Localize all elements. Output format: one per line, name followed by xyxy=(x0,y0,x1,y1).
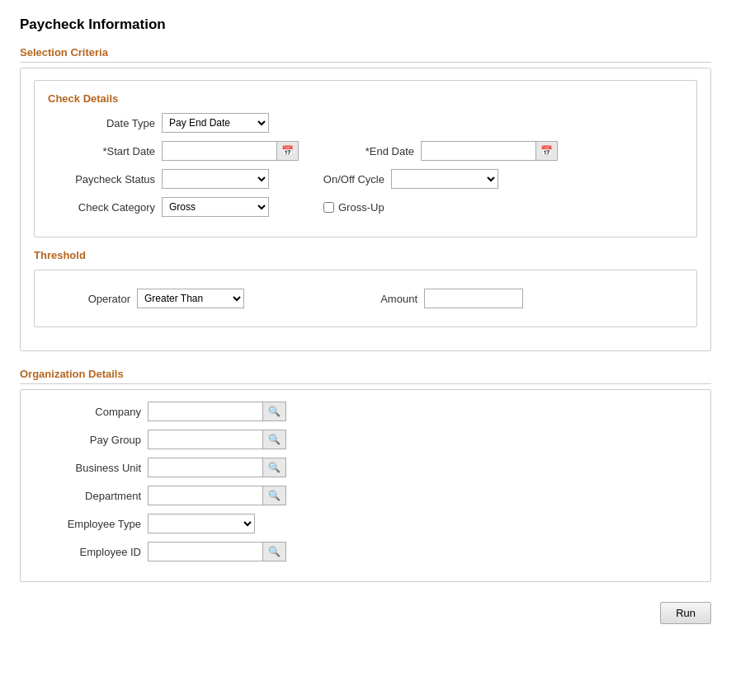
empid-label: Employee ID xyxy=(34,546,141,558)
department-input[interactable] xyxy=(148,486,263,505)
on-off-cycle-select[interactable]: On Cycle Off Cycle xyxy=(391,169,498,189)
date-type-row: Date Type Pay End Date Pay Begin Date Ch… xyxy=(48,113,683,133)
paycheck-status-field: Confirmed Unconfirmed xyxy=(162,169,269,189)
start-date-input[interactable] xyxy=(162,141,277,161)
on-off-cycle-group: On/Off Cycle On Cycle Off Cycle xyxy=(318,169,498,189)
start-date-label: *Start Date xyxy=(48,145,155,157)
start-date-field: 📅 xyxy=(162,141,299,161)
paycheck-status-select[interactable]: Confirmed Unconfirmed xyxy=(162,169,269,189)
page-title: Paycheck Information xyxy=(20,16,711,33)
end-date-calendar-button[interactable]: 📅 xyxy=(535,141,558,161)
on-off-cycle-label: On/Off Cycle xyxy=(318,173,384,186)
company-label: Company xyxy=(34,406,141,418)
empid-row: Employee ID 🔍 xyxy=(34,542,697,561)
status-cycle-row: Paycheck Status Confirmed Unconfirmed On… xyxy=(48,169,683,189)
threshold-title: Threshold xyxy=(34,249,697,261)
check-details-title: Check Details xyxy=(48,92,683,105)
end-date-field: 📅 xyxy=(421,141,558,161)
operator-label: Operator xyxy=(48,293,130,305)
bizunit-search-icon: 🔍 xyxy=(268,462,281,473)
company-field: 🔍 xyxy=(148,402,286,421)
department-search-icon: 🔍 xyxy=(268,490,281,501)
employee-id-search-button[interactable]: 🔍 xyxy=(262,542,286,561)
department-field: 🔍 xyxy=(148,486,286,505)
bizunit-search-button[interactable]: 🔍 xyxy=(262,458,286,477)
date-type-select[interactable]: Pay End Date Pay Begin Date Check Date xyxy=(162,113,269,133)
emptype-field: Salaried Hourly Exception Hourly xyxy=(148,514,255,533)
end-date-input[interactable] xyxy=(421,141,536,161)
paycheck-status-label: Paycheck Status xyxy=(48,173,155,186)
employee-id-input[interactable] xyxy=(148,542,263,561)
date-type-label: Date Type xyxy=(48,117,155,129)
end-date-calendar-icon: 📅 xyxy=(540,145,553,157)
threshold-row: Operator Greater Than Less Than Equal To… xyxy=(48,282,683,315)
organization-details-box: Company 🔍 Pay Group 🔍 Business Unit xyxy=(20,389,711,582)
organization-details-title: Organization Details xyxy=(20,368,711,384)
start-date-calendar-button[interactable]: 📅 xyxy=(276,141,299,161)
paygroup-row: Pay Group 🔍 xyxy=(34,430,697,449)
amount-field: 0.00 xyxy=(424,289,523,308)
paygroup-field: 🔍 xyxy=(148,430,286,449)
emptype-row: Employee Type Salaried Hourly Exception … xyxy=(34,514,697,533)
end-date-group: *End Date 📅 xyxy=(348,141,558,161)
operator-field: Greater Than Less Than Equal To Greater … xyxy=(137,289,244,308)
on-off-cycle-field: On Cycle Off Cycle xyxy=(391,169,498,189)
paygroup-search-button[interactable]: 🔍 xyxy=(262,430,286,449)
department-label: Department xyxy=(34,490,141,502)
company-search-icon: 🔍 xyxy=(268,406,281,417)
date-type-field: Pay End Date Pay Begin Date Check Date xyxy=(162,113,269,133)
gross-up-checkbox[interactable] xyxy=(323,202,334,213)
gross-up-wrapper: Gross-Up xyxy=(323,201,384,214)
bizunit-label: Business Unit xyxy=(34,462,141,474)
run-button-wrapper: Run xyxy=(20,599,711,624)
paygroup-search-icon: 🔍 xyxy=(268,434,281,445)
selection-criteria-box: Check Details Date Type Pay End Date Pay… xyxy=(20,68,711,351)
amount-input[interactable]: 0.00 xyxy=(424,289,523,308)
selection-criteria-section: Selection Criteria Check Details Date Ty… xyxy=(20,46,711,351)
check-category-select[interactable]: Gross Net xyxy=(162,197,269,217)
department-row: Department 🔍 xyxy=(34,486,697,505)
company-input[interactable] xyxy=(148,402,263,421)
empid-field: 🔍 xyxy=(148,542,286,561)
start-date-calendar-icon: 📅 xyxy=(281,145,294,157)
threshold-section: Threshold Operator Greater Than Less Tha… xyxy=(34,249,697,327)
threshold-box: Operator Greater Than Less Than Equal To… xyxy=(34,270,697,327)
paygroup-input[interactable] xyxy=(148,430,263,449)
operator-select[interactable]: Greater Than Less Than Equal To Greater … xyxy=(137,289,244,308)
organization-details-section: Organization Details Company 🔍 Pay Group… xyxy=(20,368,711,582)
employee-id-search-icon: 🔍 xyxy=(268,546,281,557)
bizunit-input[interactable] xyxy=(148,458,263,477)
emptype-label: Employee Type xyxy=(34,518,141,530)
selection-criteria-title: Selection Criteria xyxy=(20,46,711,63)
check-category-field: Gross Net xyxy=(162,197,269,217)
check-category-label: Check Category xyxy=(48,201,155,214)
end-date-label: *End Date xyxy=(348,145,414,157)
company-row: Company 🔍 xyxy=(34,402,697,421)
category-grossup-row: Check Category Gross Net Gross-Up xyxy=(48,197,683,217)
gross-up-label: Gross-Up xyxy=(338,201,384,214)
dates-row: *Start Date 📅 *End Date 📅 xyxy=(48,141,683,161)
gross-up-group: Gross-Up xyxy=(318,201,384,214)
check-details-box: Check Details Date Type Pay End Date Pay… xyxy=(34,80,697,237)
amount-label: Amount xyxy=(310,293,417,305)
employee-type-select[interactable]: Salaried Hourly Exception Hourly xyxy=(148,514,255,533)
company-search-button[interactable]: 🔍 xyxy=(262,402,286,421)
run-button[interactable]: Run xyxy=(660,602,711,624)
paygroup-label: Pay Group xyxy=(34,434,141,446)
bizunit-row: Business Unit 🔍 xyxy=(34,458,697,477)
department-search-button[interactable]: 🔍 xyxy=(262,486,286,505)
bizunit-field: 🔍 xyxy=(148,458,286,477)
